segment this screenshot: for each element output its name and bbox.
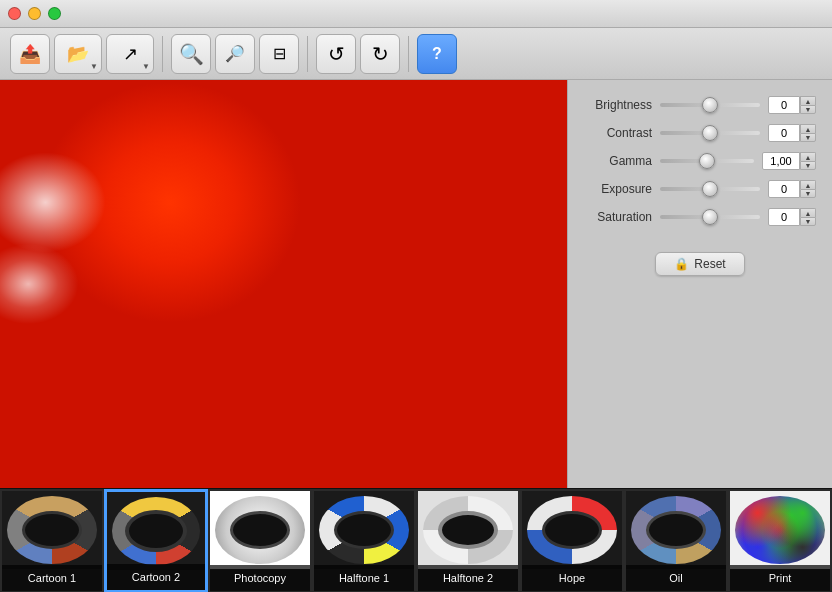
close-button[interactable] [8, 7, 21, 20]
svg-point-18 [95, 159, 246, 299]
export-icon: ↗ [123, 43, 138, 65]
svg-point-43 [266, 430, 306, 460]
filter-cartoon1-label: Cartoon 1 [2, 565, 102, 591]
print-wheel [730, 491, 830, 569]
rotate-right-button[interactable]: ↻ [360, 34, 400, 74]
filter-hope[interactable]: Hope [520, 489, 624, 593]
contrast-input[interactable] [768, 124, 800, 142]
svg-point-38 [251, 279, 432, 440]
brightness-thumb[interactable] [702, 97, 718, 113]
exposure-step-down[interactable]: ▼ [800, 189, 816, 198]
export-button[interactable]: ↗ ▼ [106, 34, 154, 74]
filter-print-label: Print [730, 565, 830, 591]
svg-point-40 [457, 283, 566, 456]
filter-cartoon2[interactable]: Cartoon 2 [104, 489, 208, 593]
filter-print[interactable]: Print [728, 489, 832, 593]
gamma-input[interactable] [762, 152, 800, 170]
brightness-label: Brightness [584, 98, 652, 112]
fit-button[interactable]: ⊟ [259, 34, 299, 74]
contrast-stepper: ▲ ▼ [800, 124, 816, 142]
exposure-step-up[interactable]: ▲ [800, 180, 816, 189]
rotate-right-icon: ↻ [372, 42, 389, 66]
gamma-slider[interactable] [660, 159, 754, 163]
exposure-thumb[interactable] [702, 181, 718, 197]
exposure-stepper: ▲ ▼ [800, 180, 816, 198]
svg-rect-0 [0, 88, 567, 479]
filter-photocopy-thumb [210, 491, 310, 569]
halftone2-wheel [418, 491, 518, 569]
svg-point-44 [457, 417, 487, 441]
zoom-in-icon: 🔍 [179, 42, 204, 66]
filter-oil[interactable]: Oil [624, 489, 728, 593]
gamma-step-up[interactable]: ▲ [800, 152, 816, 161]
svg-point-4 [50, 289, 451, 488]
gamma-step-down[interactable]: ▼ [800, 161, 816, 170]
save-icon: 📂 [67, 43, 89, 65]
filter-strip: Cartoon 1 Cartoon 2 Photocopy Halftone 1… [0, 488, 832, 592]
svg-point-2 [151, 149, 452, 470]
svg-point-39 [420, 161, 564, 377]
brightness-input[interactable] [768, 96, 800, 114]
svg-point-15 [96, 372, 140, 416]
filter-photocopy-label: Photocopy [210, 565, 310, 591]
contrast-step-down[interactable]: ▼ [800, 133, 816, 142]
contrast-thumb[interactable] [702, 125, 718, 141]
help-button[interactable]: ? [417, 34, 457, 74]
filter-cartoon1[interactable]: Cartoon 1 [0, 489, 104, 593]
svg-point-17 [120, 164, 321, 335]
svg-point-16 [30, 324, 211, 475]
contrast-step-up[interactable]: ▲ [800, 124, 816, 133]
filter-halftone2-label: Halftone 2 [418, 565, 518, 591]
filter-hope-thumb [522, 491, 622, 569]
exposure-slider[interactable] [660, 187, 760, 191]
filter-cartoon2-label: Cartoon 2 [107, 564, 205, 590]
filter-halftone2-thumb [418, 491, 518, 569]
brightness-step-up[interactable]: ▲ [800, 96, 816, 105]
image-panel [0, 80, 567, 488]
contrast-slider[interactable] [660, 131, 760, 135]
image-canvas [0, 80, 567, 488]
saturation-step-down[interactable]: ▼ [800, 217, 816, 226]
exposure-label: Exposure [584, 182, 652, 196]
brightness-row: Brightness ▲ ▼ [584, 96, 816, 114]
saturation-slider[interactable] [660, 215, 760, 219]
brightness-step-down[interactable]: ▼ [800, 105, 816, 114]
svg-point-6 [13, 187, 57, 231]
saturation-thumb[interactable] [702, 209, 718, 225]
saturation-input[interactable] [768, 208, 800, 226]
svg-point-27 [369, 144, 514, 274]
saturation-step-up[interactable]: ▲ [800, 208, 816, 217]
filter-halftone2[interactable]: Halftone 2 [416, 489, 520, 593]
rotate-left-button[interactable]: ↺ [316, 34, 356, 74]
minimize-button[interactable] [28, 7, 41, 20]
open-button[interactable]: 📤 [10, 34, 50, 74]
filter-halftone1-label: Halftone 1 [314, 565, 414, 591]
help-icon: ? [432, 45, 442, 63]
flower-svg [0, 80, 567, 488]
svg-point-25 [316, 147, 487, 292]
filter-photocopy[interactable]: Photocopy [208, 489, 312, 593]
svg-point-10 [30, 324, 211, 475]
reset-button[interactable]: 🔒 Reset [655, 252, 744, 276]
svg-point-35 [256, 334, 417, 464]
filter-halftone1[interactable]: Halftone 1 [312, 489, 416, 593]
fit-icon: ⊟ [273, 44, 286, 63]
zoom-out-icon: 🔎 [225, 44, 245, 63]
separator-2 [307, 36, 308, 72]
zoom-in-button[interactable]: 🔍 [171, 34, 211, 74]
brightness-slider[interactable] [660, 103, 760, 107]
exposure-stepper-group: ▲ ▼ [768, 180, 816, 198]
save-button[interactable]: 📂 ▼ [54, 34, 102, 74]
gamma-stepper-group: ▲ ▼ [762, 152, 816, 170]
brightness-stepper-group: ▲ ▼ [768, 96, 816, 114]
exposure-input[interactable] [768, 180, 800, 198]
hope-wheel [522, 491, 622, 569]
saturation-stepper-group: ▲ ▼ [768, 208, 816, 226]
zoom-out-button[interactable]: 🔎 [215, 34, 255, 74]
maximize-button[interactable] [48, 7, 61, 20]
export-dropdown-arrow: ▼ [142, 62, 150, 71]
svg-point-13 [55, 294, 165, 404]
gamma-thumb[interactable] [699, 153, 715, 169]
svg-point-36 [304, 324, 374, 394]
svg-point-34 [298, 281, 455, 417]
